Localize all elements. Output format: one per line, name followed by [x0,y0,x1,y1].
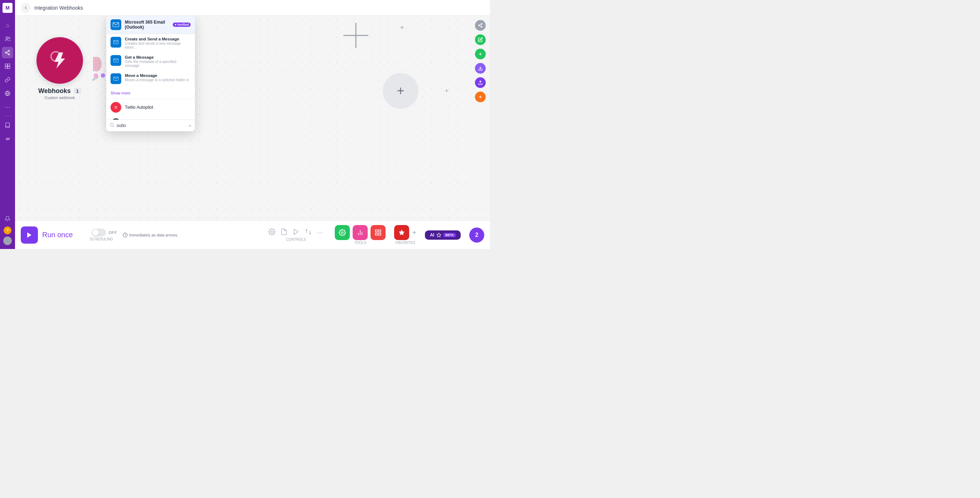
canvas-plus-small-top[interactable]: + [400,24,404,32]
webhook-count-badge: 1 [74,88,81,94]
sidebar-item-more[interactable]: ⋯ [2,101,13,113]
webhook-node[interactable]: Webhooks 1 Custom webhook [37,37,83,100]
immediate-text: Immediately as data arrives. [123,232,178,237]
svg-point-3 [5,52,7,53]
svg-marker-56 [437,233,441,237]
webhook-icon-circle [37,37,83,84]
controls-icon-magic[interactable] [293,228,300,237]
sidebar-item-home[interactable]: ⌂ [2,20,13,31]
canvas-circle-plus[interactable]: + [383,73,418,109]
outlook-header[interactable]: Microsoft 365 Email (Outlook) ♥ Verified [106,16,195,34]
svg-rect-8 [8,64,10,66]
svg-rect-52 [375,230,378,232]
sidebar-item-globe[interactable] [2,88,13,99]
controls-icon-ellipsis[interactable]: ⋯ [317,229,323,237]
ai-badge: BETA [444,233,456,237]
svg-point-31 [113,105,118,110]
tools-buttons [335,225,385,240]
app-logo[interactable]: M [3,3,13,13]
svg-point-33 [116,106,117,107]
tools-btn-red[interactable] [371,225,385,240]
controls-icon-settings[interactable] [268,228,275,237]
sidebar-item-apps[interactable] [2,60,13,72]
svg-point-2 [8,50,10,51]
svg-line-19 [480,26,481,27]
action-btn-download[interactable] [475,63,486,74]
scheduling-toggle[interactable] [92,229,106,237]
action-btn-share[interactable] [475,20,486,31]
outlook-title: Microsoft 365 Email (Outlook) ♥ Verified [125,20,191,30]
action-btn-upload[interactable] [475,77,486,88]
scheduling-section: OFF SCHEDULING [86,229,117,241]
favorites-buttons: + [394,225,416,240]
sidebar: M ⌂ ⋯ ? [0,0,15,249]
app-item-youtube[interactable]: YouTube [106,116,195,119]
controls-icon-notes[interactable] [280,228,288,237]
dropdown-scroll-area[interactable]: Microsoft 365 Email (Outlook) ♥ Verified… [106,16,195,119]
controls-icon-route[interactable] [305,228,312,237]
svg-marker-43 [27,232,32,237]
svg-rect-7 [5,64,7,66]
toggle-off-label: OFF [109,231,117,235]
sidebar-item-integrations[interactable] [2,47,13,58]
sidebar-item-analytics[interactable] [2,133,13,145]
show-more-button[interactable]: Show more [106,89,195,99]
tools-btn-green[interactable] [335,225,350,240]
favorites-btn-1[interactable] [394,225,409,240]
scheduling-toggle-group: OFF [92,229,117,237]
tools-btn-pink[interactable] [353,225,368,240]
action-btn-add-orange[interactable] [475,92,486,102]
run-section: Run once [21,226,73,243]
svg-line-20 [480,24,481,25]
question-badge[interactable]: ? [3,226,11,234]
run-once-button[interactable] [21,226,38,243]
favorites-add-btn[interactable]: + [412,229,416,237]
sidebar-item-connections[interactable] [2,74,13,86]
search-clear-button[interactable]: × [188,123,191,129]
sidebar-item-users[interactable] [2,33,13,45]
user-menu-button[interactable]: 2 [469,228,484,243]
svg-point-45 [271,231,273,233]
svg-point-4 [8,54,10,55]
action-buttons [471,16,490,107]
canvas-cross-top [344,23,368,49]
toolbar: Run once OFF SCHEDULING Immediately as d… [15,220,490,249]
controls-label: CONTROLS [286,237,306,242]
page-title: Integration Webhooks [34,5,83,11]
back-button[interactable] [21,3,31,13]
svg-point-18 [481,26,482,27]
svg-point-35 [116,108,117,109]
action-get-message-icon [111,55,121,66]
user-avatar[interactable] [3,237,12,245]
scheduling-label: SCHEDULING [90,237,113,241]
tools-label: TOOLS [355,241,367,245]
svg-point-48 [342,232,344,234]
action-create-send[interactable]: Create and Send a Message Creates and se… [106,34,195,52]
action-move-message-text: Move a Message Moves a message to a sele… [125,73,191,86]
controls-section: ⋯ CONTROLS [268,228,323,242]
ai-button[interactable]: AI BETA [425,231,461,240]
canvas-plus-small-right[interactable]: + [445,87,449,95]
tools-section: TOOLS [335,225,385,245]
action-get-message[interactable]: Get a Message Gets the metadata of a spe… [106,52,195,70]
ai-label: AI [430,232,434,237]
sidebar-item-notifications[interactable] [2,213,13,224]
svg-point-32 [115,106,116,107]
webhook-label: Webhooks 1 [38,87,81,95]
svg-line-5 [7,53,9,54]
app-item-twilio[interactable]: Twilio Autopilot [106,99,195,116]
sidebar-divider [3,116,12,116]
sidebar-bottom: ? [2,212,13,246]
svg-line-42 [113,126,114,127]
sidebar-item-docs[interactable] [2,119,13,131]
action-move-message[interactable]: Move a Message Moves a message to a sele… [106,70,195,89]
action-btn-edit[interactable] [475,34,486,45]
svg-rect-53 [379,230,381,232]
connection-arrow [93,57,105,78]
favorites-section: + FAVORITES [394,225,416,245]
main-canvas: Webhooks 1 Custom webhook + + + [15,16,490,220]
action-btn-add-condition[interactable] [475,49,486,59]
search-input[interactable] [116,123,186,128]
svg-point-34 [115,108,116,109]
controls-icons: ⋯ [268,228,323,237]
